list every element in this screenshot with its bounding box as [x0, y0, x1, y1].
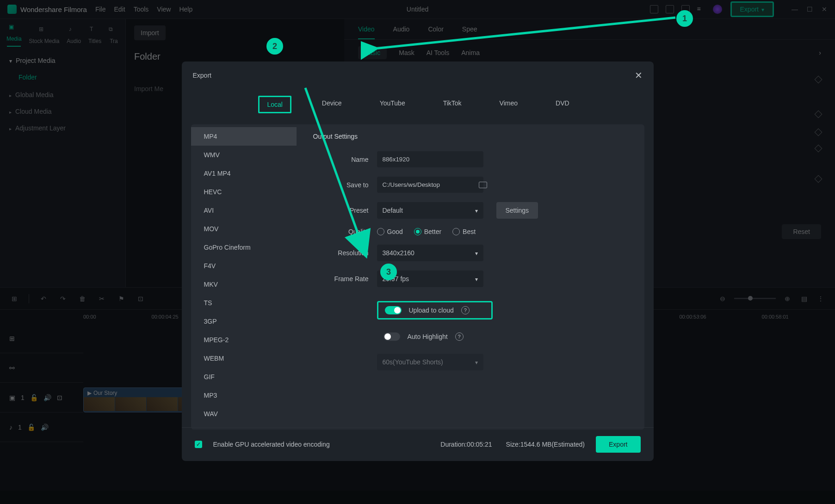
export-tab-device[interactable]: Device	[315, 96, 349, 113]
format-av1-mp4[interactable]: AV1 MP4	[191, 164, 297, 183]
format-f4v[interactable]: F4V	[191, 257, 297, 275]
dialog-footer: ✓ Enable GPU accelerated video encoding …	[182, 427, 654, 461]
folder-icon[interactable]	[479, 182, 487, 188]
format-wav[interactable]: WAV	[191, 405, 297, 423]
upload-cloud-row: Upload to cloud ?	[377, 301, 493, 320]
format-3gp[interactable]: 3GP	[191, 312, 297, 331]
export-button[interactable]: Export	[596, 436, 640, 453]
gpu-label: Enable GPU accelerated video encoding	[213, 441, 330, 448]
resolution-select[interactable]: 3840x2160	[377, 245, 483, 261]
quality-good[interactable]: Good	[377, 228, 403, 235]
preset-select[interactable]: Default	[377, 202, 483, 219]
format-webm[interactable]: WEBM	[191, 349, 297, 368]
annotation-badge-3: 3	[380, 264, 397, 280]
auto-highlight-row: Auto Highlight ?	[377, 329, 628, 344]
auto-highlight-toggle[interactable]	[383, 332, 400, 341]
resolution-label: Resolution	[313, 249, 369, 257]
upload-cloud-toggle[interactable]	[385, 306, 402, 314]
quality-best[interactable]: Best	[452, 228, 476, 235]
export-tab-vimeo[interactable]: Vimeo	[492, 96, 525, 113]
export-dialog: Export ✕ Local Device YouTube TikTok Vim…	[182, 61, 654, 461]
preset-disabled-select: 60s(YouTube Shorts)	[377, 354, 483, 370]
output-settings: Output Settings Name Save to Preset Defa…	[297, 124, 644, 430]
help-icon[interactable]: ?	[461, 306, 470, 314]
dialog-overlay: Export ✕ Local Device YouTube TikTok Vim…	[0, 0, 835, 504]
format-mp3[interactable]: MP3	[191, 386, 297, 405]
settings-button[interactable]: Settings	[496, 202, 538, 219]
chevron-down-icon	[475, 275, 478, 283]
format-mkv[interactable]: MKV	[191, 275, 297, 294]
export-tab-dvd[interactable]: DVD	[548, 96, 577, 113]
upload-cloud-label: Upload to cloud	[409, 307, 454, 314]
auto-highlight-label: Auto Highlight	[408, 333, 448, 340]
export-tab-tiktok[interactable]: TikTok	[436, 96, 469, 113]
chevron-down-icon	[475, 249, 478, 257]
save-to-input[interactable]	[377, 177, 483, 193]
gpu-checkbox[interactable]: ✓	[195, 441, 202, 448]
format-hevc[interactable]: HEVC	[191, 183, 297, 201]
name-input[interactable]	[377, 151, 483, 167]
format-gopro[interactable]: GoPro Cineform	[191, 238, 297, 257]
help-icon[interactable]: ?	[455, 332, 464, 341]
format-mov[interactable]: MOV	[191, 220, 297, 238]
export-tabs: Local Device YouTube TikTok Vimeo DVD	[182, 89, 654, 120]
save-to-label: Save to	[313, 181, 369, 189]
export-tab-youtube[interactable]: YouTube	[372, 96, 413, 113]
format-mp4[interactable]: MP4	[191, 127, 297, 146]
duration-info: Duration:00:05:21	[440, 441, 492, 448]
output-settings-title: Output Settings	[313, 133, 628, 140]
annotation-badge-1: 1	[676, 10, 693, 27]
format-ts[interactable]: TS	[191, 294, 297, 312]
format-mpeg2[interactable]: MPEG-2	[191, 331, 297, 349]
chevron-down-icon	[475, 207, 478, 214]
size-info: Size:1544.6 MB(Estimated)	[506, 441, 585, 448]
quality-better[interactable]: Better	[414, 228, 441, 235]
name-label: Name	[313, 156, 369, 163]
annotation-badge-2: 2	[266, 38, 283, 55]
dialog-title: Export	[193, 72, 211, 79]
format-gif[interactable]: GIF	[191, 368, 297, 386]
format-wmv[interactable]: WMV	[191, 146, 297, 164]
format-avi[interactable]: AVI	[191, 201, 297, 220]
preset-label: Preset	[313, 207, 369, 214]
chevron-down-icon	[475, 358, 478, 366]
export-tab-local[interactable]: Local	[258, 96, 291, 113]
quality-label: Quality	[313, 228, 369, 235]
framerate-label: Frame Rate	[313, 275, 369, 283]
format-list: MP4 WMV AV1 MP4 HEVC AVI MOV GoPro Cinef…	[191, 124, 297, 430]
dialog-close-icon[interactable]: ✕	[635, 70, 643, 81]
